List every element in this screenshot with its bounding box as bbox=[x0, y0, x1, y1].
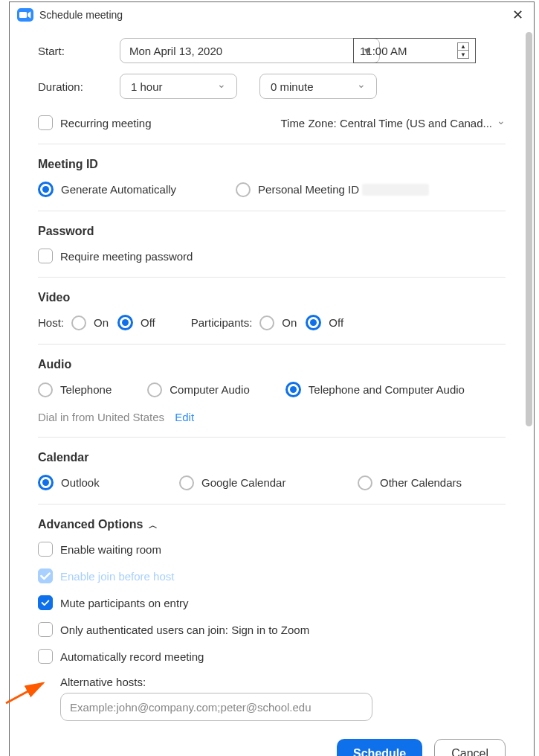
schedule-meeting-dialog: Schedule meeting ✕ Start: Mon April 13, … bbox=[9, 1, 535, 756]
start-date-select[interactable]: Mon April 13, 2020 bbox=[120, 38, 380, 63]
alternative-hosts-label: Alternative hosts: bbox=[60, 676, 506, 688]
duration-hours-value: 1 hour bbox=[131, 80, 163, 93]
participants-video-on-radio[interactable] bbox=[259, 315, 274, 330]
duration-label: Duration: bbox=[38, 80, 120, 93]
require-password-label: Require meeting password bbox=[60, 250, 193, 263]
video-header: Video bbox=[38, 291, 506, 304]
divider bbox=[38, 211, 506, 211]
timezone-value: Time Zone: Central Time (US and Canad... bbox=[280, 117, 492, 129]
duration-minutes-value: 0 minute bbox=[271, 80, 314, 93]
spinner-down-icon[interactable]: ▼ bbox=[458, 51, 468, 58]
meeting-id-header: Meeting ID bbox=[38, 158, 506, 171]
schedule-button[interactable]: Schedule bbox=[337, 739, 422, 756]
generate-auto-radio[interactable] bbox=[38, 182, 54, 197]
audio-both-radio[interactable] bbox=[285, 382, 301, 397]
chevron-down-icon bbox=[497, 117, 506, 129]
calendar-outlook-radio[interactable] bbox=[38, 475, 54, 490]
host-off-label: Off bbox=[141, 316, 155, 329]
participants-off-label: Off bbox=[329, 316, 343, 329]
audio-both-label: Telephone and Computer Audio bbox=[309, 383, 465, 396]
audio-telephone-label: Telephone bbox=[60, 383, 112, 396]
advanced-options-toggle[interactable]: Advanced Options ︿ bbox=[38, 518, 506, 531]
duration-minutes-select[interactable]: 0 minute bbox=[259, 74, 377, 99]
audio-computer-label: Computer Audio bbox=[170, 383, 250, 396]
participants-video-off-radio[interactable] bbox=[306, 315, 321, 330]
calendar-google-label: Google Calendar bbox=[201, 476, 285, 489]
svg-line-1 bbox=[6, 683, 43, 703]
dial-in-text: Dial in from United States bbox=[38, 411, 164, 423]
host-video-on-radio[interactable] bbox=[71, 315, 86, 330]
dialog-title: Schedule meeting bbox=[39, 9, 123, 21]
schedule-button-label: Schedule bbox=[353, 747, 406, 756]
timezone-select[interactable]: Time Zone: Central Time (US and Canad... bbox=[280, 117, 506, 129]
video-participants-label: Participants: bbox=[191, 316, 253, 329]
cancel-button[interactable]: Cancel bbox=[434, 739, 506, 756]
annotation-arrow-icon bbox=[2, 670, 54, 707]
divider bbox=[38, 144, 506, 144]
generate-auto-label: Generate Automatically bbox=[61, 183, 176, 196]
start-label: Start: bbox=[38, 45, 120, 57]
zoom-app-icon bbox=[17, 8, 33, 22]
chevron-down-icon bbox=[217, 80, 226, 92]
audio-telephone-radio[interactable] bbox=[38, 382, 53, 397]
start-time-input[interactable]: 11:00 AM ▲ ▼ bbox=[353, 38, 476, 63]
spinner-up-icon[interactable]: ▲ bbox=[458, 43, 468, 51]
close-icon[interactable]: ✕ bbox=[509, 7, 526, 23]
chevron-up-icon: ︿ bbox=[149, 519, 158, 532]
chevron-down-icon bbox=[357, 80, 366, 92]
start-date-value: Mon April 13, 2020 bbox=[129, 45, 222, 57]
join-before-host-checkbox[interactable] bbox=[38, 568, 53, 583]
participants-on-label: On bbox=[282, 316, 297, 329]
advanced-options-label: Advanced Options bbox=[38, 518, 143, 531]
mute-participants-checkbox[interactable] bbox=[38, 595, 53, 610]
time-spinner[interactable]: ▲ ▼ bbox=[457, 42, 469, 59]
authenticated-users-checkbox[interactable] bbox=[38, 622, 53, 637]
video-host-label: Host: bbox=[38, 316, 64, 329]
recurring-meeting-checkbox[interactable] bbox=[38, 115, 53, 130]
audio-computer-radio[interactable] bbox=[147, 382, 162, 397]
calendar-other-radio[interactable] bbox=[358, 475, 372, 490]
alternative-hosts-placeholder: Example:john@company.com;peter@school.ed… bbox=[70, 701, 312, 714]
audio-header: Audio bbox=[38, 358, 506, 371]
personal-meeting-id-label: Personal Meeting ID bbox=[258, 183, 359, 196]
calendar-header: Calendar bbox=[38, 451, 506, 464]
mute-participants-label: Mute participants on entry bbox=[60, 597, 189, 609]
calendar-outlook-label: Outlook bbox=[61, 476, 100, 489]
join-before-host-label: Enable join before host bbox=[60, 570, 174, 583]
calendar-other-label: Other Calendars bbox=[380, 476, 462, 489]
start-time-value: 11:00 AM bbox=[360, 45, 407, 57]
personal-meeting-id-radio[interactable] bbox=[236, 182, 251, 197]
host-on-label: On bbox=[94, 316, 109, 329]
auto-record-checkbox[interactable] bbox=[38, 649, 53, 664]
require-password-checkbox[interactable] bbox=[38, 249, 53, 263]
auto-record-label: Automatically record meeting bbox=[60, 650, 204, 663]
titlebar: Schedule meeting ✕ bbox=[10, 2, 534, 28]
authenticated-users-label: Only authenticated users can join: Sign … bbox=[60, 624, 309, 636]
scrollbar[interactable] bbox=[526, 32, 532, 426]
divider bbox=[38, 437, 506, 438]
cancel-button-label: Cancel bbox=[451, 747, 488, 756]
password-header: Password bbox=[38, 225, 506, 238]
dial-in-edit-link[interactable]: Edit bbox=[175, 411, 194, 423]
svg-rect-0 bbox=[19, 12, 27, 18]
divider bbox=[38, 344, 506, 345]
waiting-room-checkbox[interactable] bbox=[38, 542, 53, 557]
host-video-off-radio[interactable] bbox=[117, 315, 133, 330]
waiting-room-label: Enable waiting room bbox=[60, 543, 161, 556]
calendar-google-radio[interactable] bbox=[179, 475, 194, 490]
duration-hours-select[interactable]: 1 hour bbox=[120, 74, 237, 99]
divider bbox=[38, 277, 506, 278]
alternative-hosts-input[interactable]: Example:john@company.com;peter@school.ed… bbox=[60, 693, 372, 721]
personal-meeting-id-value-redacted bbox=[362, 184, 429, 196]
recurring-meeting-label: Recurring meeting bbox=[60, 117, 152, 129]
divider bbox=[38, 504, 506, 504]
